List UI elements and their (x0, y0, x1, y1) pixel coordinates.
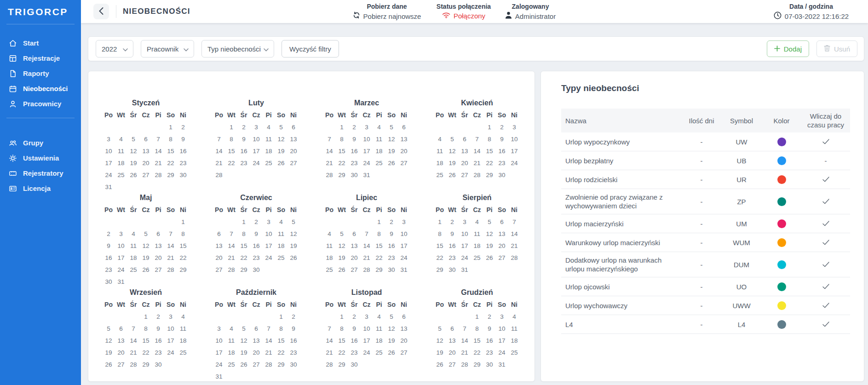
day-cell[interactable]: 10 (213, 334, 225, 346)
day-cell[interactable]: 1 (434, 216, 446, 228)
day-cell[interactable]: 3 (213, 322, 225, 334)
day-cell[interactable]: 24 (115, 264, 127, 276)
day-cell[interactable]: 9 (348, 133, 361, 145)
day-cell[interactable]: 10 (165, 322, 177, 334)
day-cell[interactable]: 9 (238, 133, 250, 145)
day-cell[interactable]: 4 (177, 310, 190, 322)
day-cell[interactable]: 6 (348, 228, 361, 240)
day-cell[interactable]: 30 (348, 358, 361, 370)
day-cell[interactable]: 1 (238, 216, 250, 228)
day-cell[interactable]: 29 (336, 169, 348, 181)
day-cell[interactable]: 12 (483, 228, 496, 240)
absence-type-row-um[interactable]: Urlop macierzyński-UM (561, 214, 850, 233)
day-cell[interactable]: 20 (213, 252, 225, 264)
day-cell[interactable]: 26 (483, 252, 496, 264)
day-cell[interactable]: 6 (250, 322, 263, 334)
day-cell[interactable]: 19 (287, 240, 300, 252)
back-button[interactable] (93, 4, 109, 19)
sidebar-item-licencja[interactable]: Licencja (0, 181, 81, 196)
day-cell[interactable]: 6 (213, 228, 225, 240)
absence-type-row-l4[interactable]: L4-L4 (561, 315, 850, 334)
day-cell[interactable]: 12 (336, 240, 348, 252)
day-cell[interactable]: 18 (434, 157, 446, 169)
absence-type-row-dum[interactable]: Dodatkowy urlop na warunkach urlopu maci… (561, 252, 850, 277)
day-cell[interactable]: 2 (103, 228, 115, 240)
day-cell[interactable]: 15 (434, 240, 446, 252)
day-cell[interactable]: 27 (140, 169, 152, 181)
day-cell[interactable]: 6 (459, 133, 471, 145)
day-cell[interactable]: 4 (434, 133, 446, 145)
day-cell[interactable]: 27 (459, 169, 471, 181)
absence-type-row-ub[interactable]: Urlop bezpłatny-UB- (561, 151, 850, 170)
day-cell[interactable]: 30 (446, 264, 459, 276)
year-select[interactable]: 2022 (96, 40, 133, 57)
day-cell[interactable]: 17 (398, 240, 410, 252)
day-cell[interactable]: 8 (140, 322, 152, 334)
day-cell[interactable]: 14 (508, 228, 521, 240)
day-cell[interactable]: 3 (508, 121, 521, 133)
day-cell[interactable]: 29 (140, 358, 152, 370)
day-cell[interactable]: 22 (434, 252, 446, 264)
day-cell[interactable]: 2 (287, 310, 300, 322)
sidebar-item-rejestratory[interactable]: Rejestratory (0, 166, 81, 181)
day-cell[interactable]: 14 (152, 145, 165, 157)
day-cell[interactable]: 9 (496, 133, 508, 145)
absence-type-row-uo[interactable]: Urlop ojcowski-UO (561, 277, 850, 296)
day-cell[interactable]: 7 (361, 228, 373, 240)
absence-type-row-uw[interactable]: Urlop wypoczynkowy-UW (561, 132, 850, 151)
day-cell[interactable]: 17 (459, 240, 471, 252)
day-cell[interactable]: 25 (373, 157, 385, 169)
day-cell[interactable]: 16 (238, 145, 250, 157)
day-cell[interactable]: 26 (238, 358, 250, 370)
day-cell[interactable]: 28 (508, 252, 521, 264)
day-cell[interactable]: 11 (471, 228, 483, 240)
day-cell[interactable]: 8 (177, 228, 190, 240)
day-cell[interactable]: 19 (103, 346, 115, 358)
day-cell[interactable]: 21 (213, 157, 225, 169)
day-cell[interactable]: 1 (165, 121, 177, 133)
day-cell[interactable]: 4 (373, 121, 385, 133)
day-cell[interactable]: 15 (336, 334, 348, 346)
day-cell[interactable]: 1 (373, 216, 385, 228)
day-cell[interactable]: 29 (434, 264, 446, 276)
day-cell[interactable]: 25 (434, 169, 446, 181)
day-cell[interactable]: 23 (287, 346, 300, 358)
day-cell[interactable]: 16 (348, 145, 361, 157)
day-cell[interactable]: 27 (348, 264, 361, 276)
day-cell[interactable]: 28 (225, 264, 238, 276)
day-cell[interactable]: 28 (361, 264, 373, 276)
day-cell[interactable]: 27 (496, 252, 508, 264)
day-cell[interactable]: 6 (446, 322, 459, 334)
day-cell[interactable]: 4 (508, 310, 521, 322)
day-cell[interactable]: 20 (398, 145, 410, 157)
day-cell[interactable]: 8 (238, 228, 250, 240)
day-cell[interactable]: 23 (483, 346, 496, 358)
day-cell[interactable]: 12 (140, 240, 152, 252)
day-cell[interactable]: 11 (263, 133, 275, 145)
day-cell[interactable]: 22 (165, 157, 177, 169)
day-cell[interactable]: 3 (263, 216, 275, 228)
day-cell[interactable]: 27 (250, 358, 263, 370)
day-cell[interactable]: 8 (471, 322, 483, 334)
day-cell[interactable]: 24 (263, 252, 275, 264)
day-cell[interactable]: 16 (177, 145, 190, 157)
day-cell[interactable]: 10 (361, 133, 373, 145)
day-cell[interactable]: 5 (336, 228, 348, 240)
day-cell[interactable]: 2 (238, 121, 250, 133)
day-cell[interactable]: 20 (459, 157, 471, 169)
day-cell[interactable]: 15 (336, 145, 348, 157)
day-cell[interactable]: 16 (152, 334, 165, 346)
day-cell[interactable]: 8 (336, 322, 348, 334)
day-cell[interactable]: 18 (508, 334, 521, 346)
day-cell[interactable]: 13 (459, 145, 471, 157)
day-cell[interactable]: 8 (434, 228, 446, 240)
day-cell[interactable]: 29 (336, 358, 348, 370)
day-cell[interactable]: 15 (373, 240, 385, 252)
day-cell[interactable]: 6 (152, 228, 165, 240)
day-cell[interactable]: 2 (483, 310, 496, 322)
day-cell[interactable]: 6 (398, 121, 410, 133)
day-cell[interactable]: 28 (165, 264, 177, 276)
day-cell[interactable]: 31 (103, 181, 115, 193)
day-cell[interactable]: 10 (508, 133, 521, 145)
day-cell[interactable]: 13 (115, 334, 127, 346)
